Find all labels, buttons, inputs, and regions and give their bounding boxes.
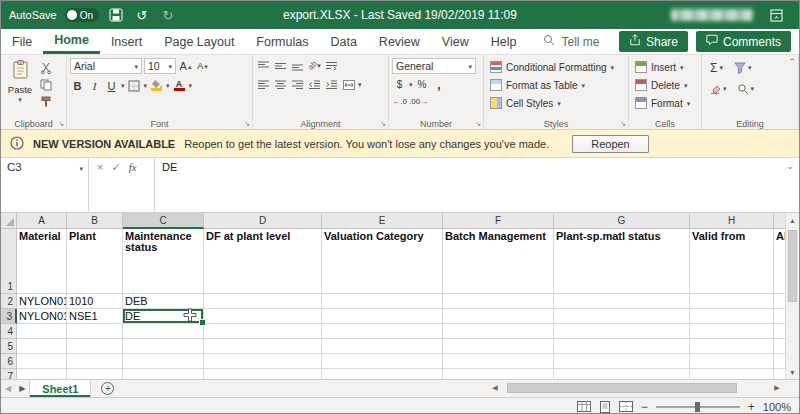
percent-style-button[interactable]: % — [415, 77, 430, 92]
zoom-slider-thumb[interactable] — [695, 402, 700, 412]
enter-entry-button[interactable]: ✓ — [111, 161, 120, 174]
cell-a2[interactable]: NYLON01 — [17, 294, 67, 309]
decrease-font-button[interactable]: A▾ — [195, 59, 210, 74]
fill-color-dropdown-icon[interactable]: ▾ — [166, 82, 170, 89]
font-color-button[interactable]: A — [172, 78, 187, 93]
share-button[interactable]: Share — [619, 31, 688, 52]
autosum-button[interactable]: Σ▾ — [709, 60, 724, 75]
insert-cells-button[interactable]: Insert ▾ — [632, 58, 698, 76]
vertical-scrollbar-thumb[interactable] — [788, 230, 797, 302]
comma-style-button[interactable]: , — [432, 77, 447, 92]
cell-e1[interactable]: Valuation Category — [322, 229, 443, 294]
tab-home[interactable]: Home — [43, 29, 100, 54]
cell-h1[interactable]: Valid from — [690, 229, 774, 294]
font-family-combo[interactable]: Arial▾ — [70, 58, 142, 74]
cell-styles-button[interactable]: Cell Styles ▾ — [487, 94, 625, 112]
tab-data[interactable]: Data — [319, 29, 367, 54]
clear-button[interactable]: ▾ — [709, 81, 727, 96]
row-header-6[interactable]: 6 — [1, 354, 17, 369]
sheet-tab-sheet1[interactable]: Sheet1 — [29, 380, 91, 397]
horizontal-scrollbar-thumb[interactable] — [507, 383, 737, 393]
row-4-empty-cells[interactable] — [17, 324, 787, 339]
undo-icon[interactable]: ↺ — [133, 6, 151, 24]
normal-view-button[interactable] — [577, 401, 591, 412]
scroll-right-icon[interactable]: ▶ — [771, 384, 783, 392]
format-as-table-button[interactable]: Format as Table ▾ — [487, 76, 625, 94]
styles-dialog-launcher[interactable]: ↘ — [620, 120, 626, 128]
accounting-dropdown-icon[interactable]: ▾ — [409, 81, 413, 88]
underline-dropdown-icon[interactable]: ▾ — [121, 82, 125, 89]
alignment-dialog-launcher[interactable]: ↘ — [380, 120, 386, 128]
tell-me-search[interactable]: Tell me — [543, 29, 599, 54]
format-cells-button[interactable]: Format ▾ — [632, 94, 698, 112]
align-left-button[interactable] — [256, 77, 271, 92]
orientation-button[interactable]: ab▾ — [307, 58, 322, 73]
paste-button[interactable]: Paste ▾ — [4, 58, 36, 109]
row-header-4[interactable]: 4 — [1, 324, 17, 339]
find-select-button[interactable]: ▾ — [737, 81, 755, 96]
accounting-format-button[interactable]: $ — [392, 77, 407, 92]
borders-dropdown-icon[interactable]: ▾ — [144, 82, 148, 89]
tab-help[interactable]: Help — [480, 29, 528, 54]
name-box[interactable]: C3 ▾ — [1, 158, 89, 212]
row-3-empty-cells[interactable] — [204, 309, 787, 324]
formula-input[interactable]: DE — [155, 158, 786, 212]
zoom-in-button[interactable]: + — [748, 401, 755, 413]
col-header-h[interactable]: H — [690, 213, 774, 229]
tab-insert[interactable]: Insert — [100, 29, 153, 54]
col-header-a[interactable]: A — [17, 213, 67, 229]
cell-c1[interactable]: Maintenance status — [123, 229, 204, 294]
bottom-align-button[interactable] — [290, 58, 305, 73]
tab-formulas[interactable]: Formulas — [245, 29, 319, 54]
zoom-slider[interactable] — [656, 402, 740, 412]
zoom-out-button[interactable]: − — [641, 401, 648, 413]
delete-cells-button[interactable]: Delete ▾ — [632, 76, 698, 94]
wrap-text-button[interactable] — [324, 58, 339, 73]
cell-b3[interactable]: NSE1 — [67, 309, 123, 324]
cell-d1[interactable]: DF at plant level — [204, 229, 322, 294]
cell-a3[interactable]: NYLON01 — [17, 309, 67, 324]
reopen-button[interactable]: Reopen — [572, 135, 649, 153]
row-header-2[interactable]: 2 — [1, 294, 17, 309]
row-5-empty-cells[interactable] — [17, 339, 787, 354]
row-7-empty-cells[interactable] — [17, 369, 787, 379]
select-all-button[interactable] — [1, 213, 17, 229]
ribbon-display-options-icon[interactable] — [767, 6, 785, 24]
zoom-level[interactable]: 100% — [763, 401, 791, 413]
cancel-entry-button[interactable]: × — [97, 161, 103, 173]
sheet-nav-left-icon[interactable]: ◀ — [1, 384, 15, 393]
fill-color-button[interactable] — [149, 78, 164, 93]
col-header-g[interactable]: G — [554, 213, 690, 229]
italic-button[interactable]: I — [87, 78, 102, 93]
scroll-down-icon[interactable]: ▼ — [786, 365, 799, 379]
vertical-scrollbar[interactable]: ▲ ▼ — [785, 213, 799, 379]
autosave-toggle[interactable]: On — [65, 8, 99, 22]
sort-filter-button[interactable]: ▾ — [734, 60, 752, 75]
cell-b2[interactable]: 1010 — [67, 294, 123, 309]
cell-c3-selected[interactable]: DE — [123, 309, 204, 324]
font-dialog-launcher[interactable]: ↘ — [244, 120, 250, 128]
conditional-formatting-button[interactable]: Conditional Formatting ▾ — [487, 58, 625, 76]
bold-button[interactable]: B — [70, 78, 85, 93]
align-right-button[interactable] — [290, 77, 305, 92]
cell-a1[interactable]: Material — [17, 229, 67, 294]
col-header-d[interactable]: D — [204, 213, 322, 229]
borders-button[interactable] — [127, 78, 142, 93]
insert-function-button[interactable]: fx — [129, 161, 137, 173]
cut-button[interactable] — [38, 60, 53, 75]
merge-center-button[interactable] — [341, 77, 356, 92]
format-painter-button[interactable] — [38, 94, 53, 109]
align-center-button[interactable] — [273, 77, 288, 92]
col-header-e[interactable]: E — [322, 213, 443, 229]
cell-f1[interactable]: Batch Management — [443, 229, 554, 294]
comments-button[interactable]: Comments — [696, 31, 791, 52]
copy-button[interactable] — [38, 77, 53, 92]
save-icon[interactable] — [107, 6, 125, 24]
col-header-b[interactable]: B — [67, 213, 123, 229]
formula-bar-collapse-icon[interactable]: ⌄ — [786, 158, 799, 212]
top-align-button[interactable] — [256, 58, 271, 73]
underline-button[interactable]: U — [104, 78, 119, 93]
clipboard-dialog-launcher[interactable]: ↘ — [58, 120, 64, 128]
row-6-empty-cells[interactable] — [17, 354, 787, 369]
cell-b1[interactable]: Plant — [67, 229, 123, 294]
